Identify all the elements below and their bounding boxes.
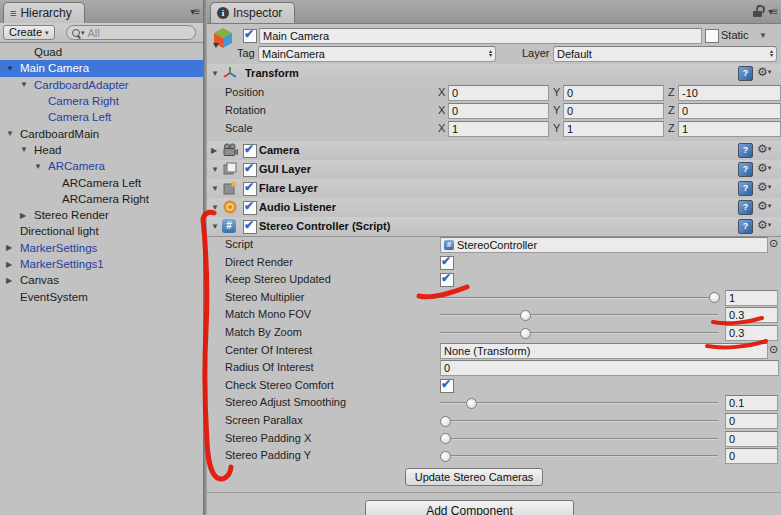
foldout-arrow-icon[interactable]: ▼ xyxy=(20,145,34,154)
position-z-field[interactable]: -10 xyxy=(678,85,781,101)
slider-value-field[interactable]: 0.3 xyxy=(725,307,778,323)
slider-track[interactable] xyxy=(440,314,718,316)
object-picker-icon[interactable]: ⊙ xyxy=(769,237,778,250)
gameobject-name-field[interactable]: Main Camera xyxy=(259,28,702,44)
hierarchy-item-head[interactable]: ▼Head xyxy=(0,142,203,158)
gui-layer-header[interactable]: ▼GUI Layer?⚙▾ xyxy=(207,160,781,180)
hierarchy-item-cardboardadapter[interactable]: ▼CardboardAdapter xyxy=(0,77,203,93)
tab-inspector[interactable]: i Inspector xyxy=(210,2,295,23)
add-component-button[interactable]: Add Component xyxy=(365,500,574,515)
component-enabled-checkbox[interactable] xyxy=(243,220,257,234)
gear-icon[interactable]: ⚙▾ xyxy=(757,142,771,156)
hierarchy-item-markersettings1[interactable]: ▶MarkerSettings1 xyxy=(0,256,203,272)
slider-track[interactable] xyxy=(440,438,718,440)
slider-value-field[interactable]: 1 xyxy=(725,290,778,306)
scale-x-field[interactable]: 1 xyxy=(448,121,549,137)
slider-track[interactable] xyxy=(440,332,718,334)
slider-track[interactable] xyxy=(440,297,718,299)
foldout-arrow-icon[interactable]: ▼ xyxy=(211,203,219,212)
foldout-arrow-icon[interactable]: ▶ xyxy=(6,276,20,285)
hierarchy-panel-menu-icon[interactable]: ▾≡ xyxy=(190,6,199,17)
audio-listener-header[interactable]: ▼Audio Listener?⚙▾ xyxy=(207,198,781,218)
foldout-arrow-icon[interactable]: ▶ xyxy=(6,243,20,252)
component-enabled-checkbox[interactable] xyxy=(243,201,257,215)
slider-handle[interactable] xyxy=(709,292,720,303)
hierarchy-item-main-camera[interactable]: ▼Main Camera xyxy=(0,60,203,76)
foldout-arrow-icon[interactable]: ▼ xyxy=(6,129,20,138)
scale-y-field[interactable]: 1 xyxy=(563,121,664,137)
create-button[interactable]: Create ▾ xyxy=(3,25,55,40)
help-icon[interactable]: ? xyxy=(738,200,753,215)
lock-icon[interactable] xyxy=(752,5,764,18)
help-icon[interactable]: ? xyxy=(738,181,753,196)
foldout-arrow-icon[interactable]: ▼ xyxy=(20,80,34,89)
transform-header[interactable]: ▼ Transform ? ⚙▾ xyxy=(207,64,781,83)
component-enabled-checkbox[interactable] xyxy=(243,163,257,177)
property-value-field[interactable]: 0 xyxy=(440,360,779,376)
help-icon[interactable]: ? xyxy=(738,66,753,81)
gear-icon[interactable]: ⚙▾ xyxy=(757,65,771,79)
slider-value-field[interactable]: 0 xyxy=(725,413,778,429)
object-picker-icon[interactable]: ⊙ xyxy=(769,343,778,356)
scale-z-field[interactable]: 1 xyxy=(678,121,781,137)
foldout-arrow-icon[interactable]: ▼ xyxy=(211,165,219,174)
slider-handle[interactable] xyxy=(440,433,451,444)
slider-handle[interactable] xyxy=(440,416,451,427)
slider-handle[interactable] xyxy=(520,310,531,321)
foldout-arrow-icon[interactable]: ▶ xyxy=(211,146,217,155)
slider-handle[interactable] xyxy=(520,328,531,339)
rotation-x-field[interactable]: 0 xyxy=(448,103,549,119)
inspector-panel-menu-icon[interactable]: ▾≡ xyxy=(768,6,777,17)
foldout-arrow-icon[interactable]: ▼ xyxy=(6,64,20,73)
update-stereo-cameras-button[interactable]: Update Stereo Cameras xyxy=(405,468,543,486)
rotation-z-field[interactable]: 0 xyxy=(678,103,781,119)
property-checkbox[interactable] xyxy=(440,379,454,393)
slider-value-field[interactable]: 0.1 xyxy=(725,395,778,411)
hierarchy-item-directional-light[interactable]: Directional light xyxy=(0,223,203,239)
hierarchy-item-quad[interactable]: Quad xyxy=(0,44,203,60)
position-y-field[interactable]: 0 xyxy=(563,85,664,101)
layer-dropdown[interactable]: Default ▴▾ xyxy=(553,46,777,62)
component-enabled-checkbox[interactable] xyxy=(243,144,257,158)
foldout-arrow-icon[interactable]: ▼ xyxy=(211,184,219,193)
gameobject-active-checkbox[interactable] xyxy=(243,29,257,43)
slider-track[interactable] xyxy=(440,420,718,422)
slider-handle[interactable] xyxy=(440,451,451,462)
camera-header[interactable]: ▶Camera?⚙▾ xyxy=(207,141,781,161)
gear-icon[interactable]: ⚙▾ xyxy=(757,218,771,232)
foldout-arrow-icon[interactable]: ▶ xyxy=(6,260,20,269)
slider-track[interactable] xyxy=(440,402,718,404)
gear-icon[interactable]: ⚙▾ xyxy=(757,180,771,194)
foldout-arrow-icon[interactable]: ▼ xyxy=(211,222,219,231)
help-icon[interactable]: ? xyxy=(738,162,753,177)
object-reference-field[interactable]: #StereoController xyxy=(440,237,768,253)
hierarchy-item-arcamera-left[interactable]: ARCamera Left xyxy=(0,174,203,190)
foldout-arrow-icon[interactable]: ▼ xyxy=(34,162,48,171)
foldout-arrow-icon[interactable]: ▶ xyxy=(20,211,34,220)
hierarchy-item-stereo-render[interactable]: ▶Stereo Render xyxy=(0,207,203,223)
slider-value-field[interactable]: 0 xyxy=(725,431,778,447)
slider-value-field[interactable]: 0 xyxy=(725,448,778,464)
slider-value-field[interactable]: 0.3 xyxy=(725,325,778,341)
slider-handle[interactable] xyxy=(466,398,477,409)
tag-dropdown[interactable]: MainCamera ▴▾ xyxy=(258,46,496,62)
gear-icon[interactable]: ⚙▾ xyxy=(757,161,771,175)
hierarchy-search-input[interactable]: ▾ All xyxy=(66,25,196,40)
tab-hierarchy[interactable]: ≡ Hierarchy xyxy=(3,2,85,23)
hierarchy-item-canvas[interactable]: ▶Canvas xyxy=(0,272,203,288)
component-enabled-checkbox[interactable] xyxy=(243,182,257,196)
hierarchy-item-camera-left[interactable]: Camera Left xyxy=(0,109,203,125)
slider-track[interactable] xyxy=(440,455,718,457)
property-checkbox[interactable] xyxy=(440,273,454,287)
help-icon[interactable]: ? xyxy=(738,219,753,234)
hierarchy-item-camera-right[interactable]: Camera Right xyxy=(0,93,203,109)
hierarchy-item-eventsystem[interactable]: EventSystem xyxy=(0,288,203,304)
hierarchy-item-arcamera-right[interactable]: ARCamera Right xyxy=(0,191,203,207)
flare-layer-header[interactable]: ▼Flare Layer?⚙▾ xyxy=(207,179,781,199)
property-checkbox[interactable] xyxy=(440,256,454,270)
gear-icon[interactable]: ⚙▾ xyxy=(757,199,771,213)
hierarchy-item-arcamera[interactable]: ▼ARCamera xyxy=(0,158,203,174)
foldout-arrow-icon[interactable]: ▼ xyxy=(211,69,219,78)
stereo-controller-header[interactable]: ▼ # Stereo Controller (Script) ? ⚙▾ xyxy=(207,217,781,237)
position-x-field[interactable]: 0 xyxy=(448,85,549,101)
